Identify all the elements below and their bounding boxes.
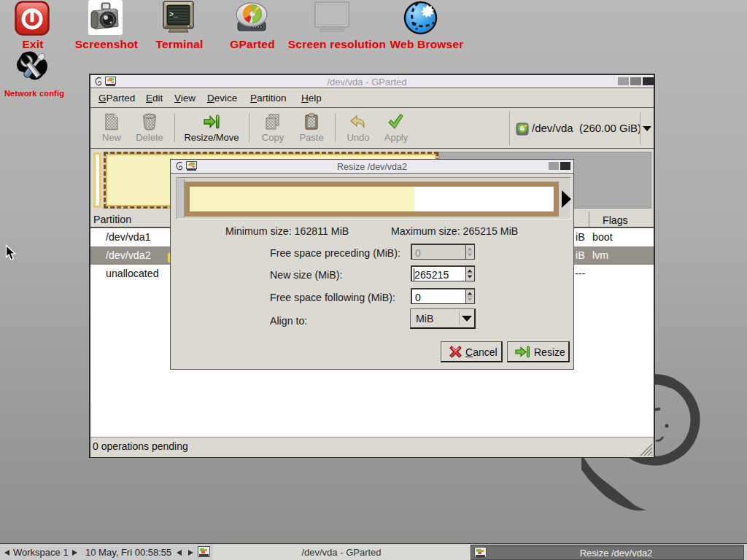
svg-text:>_: >_ <box>169 11 179 19</box>
